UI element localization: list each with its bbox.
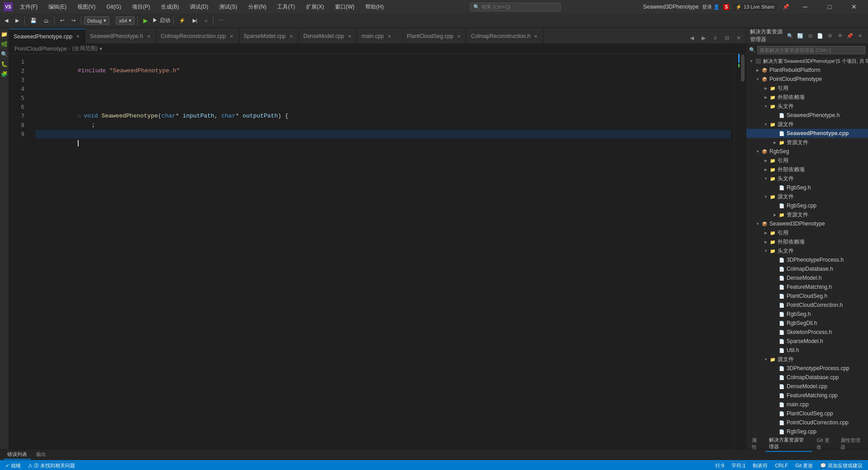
file-seaweed-phenotype-h[interactable]: ▶ 📄 SeaweedPhenotype.h (746, 111, 868, 120)
project-rgb-seg[interactable]: ▼ 📦 RgbSeg (746, 147, 868, 156)
file-rgb-seg-cpp-2[interactable]: ▶ 📄 RgbSeg.cpp (746, 427, 868, 436)
status-git[interactable]: Git 更改 (793, 460, 815, 470)
status-col[interactable]: 字符:1 (730, 460, 747, 470)
status-encoding[interactable]: CRLF (773, 460, 790, 470)
more-toolbar-button[interactable]: ⋯ (216, 16, 226, 25)
save-all-button[interactable]: 🗂 (41, 17, 52, 25)
tab-seaweed-phenotype-h[interactable]: SeaweedPhenotype.h ✕ (85, 29, 156, 43)
tab-error-list[interactable]: 错误列表 (4, 450, 31, 460)
file-3d-phenotype-process-cpp[interactable]: ▶ 📄 3DPhenotypeProcess.cpp (746, 364, 868, 373)
menu-debug[interactable]: 调试(D) (186, 2, 212, 12)
file-dense-model-cpp[interactable]: ▶ 📄 DenseModel.cpp (746, 382, 868, 391)
folder-references-2[interactable]: ▶ 📁 引用 (746, 156, 868, 165)
file-rgb-seg-dll-h[interactable]: ▶ 📄 RgbSegDll.h (746, 319, 868, 328)
tab-git-changes[interactable]: Git 更改 (813, 436, 836, 451)
folder-references-3[interactable]: ▶ 📁 引用 (746, 228, 868, 237)
folder-external-deps-3[interactable]: ▶ 📁 外部依赖项 (746, 237, 868, 246)
file-feature-matching-cpp[interactable]: ▶ 📄 FeatureMatching.cpp (746, 391, 868, 400)
maximize-button[interactable]: □ (819, 0, 840, 14)
tab-close-icon[interactable]: ✕ (347, 33, 352, 39)
tab-close-icon[interactable]: ✕ (533, 33, 538, 39)
nav-back-button[interactable]: ◀ (2, 16, 11, 25)
folder-references-1[interactable]: ▶ 📁 引用 (746, 84, 868, 93)
tab-list-button[interactable]: ≡ (710, 33, 721, 43)
search-solution-button[interactable]: 🔍 (786, 31, 795, 40)
activity-debug[interactable]: 🐛 (0, 60, 9, 69)
status-line[interactable]: 行:9 (713, 460, 726, 470)
file-colmap-database-h[interactable]: ▶ 📄 ColmapDatabase.h (746, 264, 868, 273)
tab-colmap-reconstruction-cpp[interactable]: ColmapReconstruction.cpp ✕ (156, 29, 239, 43)
activity-git[interactable]: 🌿 (0, 40, 9, 49)
tab-close-icon[interactable]: ✕ (456, 33, 462, 39)
folder-resources-1[interactable]: ▶ 📁 资源文件 (746, 138, 868, 147)
close-all-tabs-button[interactable]: ✕ (733, 33, 744, 43)
menu-tools[interactable]: 工具(T) (274, 2, 298, 12)
tab-close-icon[interactable]: ✕ (229, 33, 234, 39)
redo-button[interactable]: ↪ (69, 16, 78, 25)
tab-close-icon[interactable]: ✕ (75, 33, 80, 39)
project-point-cloud[interactable]: ▼ 📦 PointCloudPhenotype (746, 75, 868, 84)
login-button[interactable]: 登录 👤 (702, 4, 720, 10)
folder-headers-2[interactable]: ▼ 📁 头文件 (746, 174, 868, 183)
folder-headers-3[interactable]: ▼ 📁 头文件 (746, 246, 868, 255)
tab-dense-model-cpp[interactable]: DenseModel.cpp ✕ (299, 29, 357, 43)
global-search-bar[interactable]: 🔍 (470, 3, 561, 11)
folder-headers-1[interactable]: ▼ 📁 头文件 (746, 102, 868, 111)
scrollbar-thumb[interactable] (741, 55, 745, 82)
menu-file[interactable]: 文件(F) (16, 2, 41, 12)
platform-dropdown[interactable]: x64 ▾ (116, 16, 135, 25)
code-line-9[interactable] (35, 130, 731, 139)
run-to-click-button[interactable]: ▶| (190, 16, 200, 25)
global-search-input[interactable] (481, 4, 549, 9)
preview-button[interactable]: 👁 (835, 31, 844, 40)
file-plant-cloud-seg-h[interactable]: ▶ 📄 PlantCloudSeg.h (746, 291, 868, 301)
properties-button[interactable]: ⚙ (826, 31, 835, 40)
editor-vertical-scrollbar[interactable] (740, 54, 746, 449)
tab-scroll-right[interactable]: ▶ (698, 33, 709, 43)
tab-close-icon[interactable]: ✕ (146, 33, 151, 39)
solution-root[interactable]: ▼ ⬛ 解决方案'Seaweed3DPhenotype'(5 个项目, 共 5 … (746, 56, 868, 66)
start-button[interactable]: ▶ (141, 16, 151, 25)
tab-sparse-model-cpp[interactable]: SparseModel.cpp ✕ (239, 29, 299, 43)
folder-resources-2[interactable]: ▶ 📁 资源文件 (746, 210, 868, 219)
status-errors[interactable]: ⚠ ⓪ 未找到相关问题 (26, 460, 77, 470)
menu-analyze[interactable]: 分析(N) (245, 2, 270, 12)
file-rgb-seg-h[interactable]: ▶ 📄 RgbSeg.h (746, 183, 868, 192)
file-util-h[interactable]: ▶ 📄 Util.h (746, 346, 868, 355)
tab-properties[interactable]: 属性 (748, 436, 764, 451)
file-main-cpp[interactable]: ▶ 📄 main.cpp (746, 400, 868, 409)
tab-close-icon[interactable]: ✕ (387, 33, 392, 39)
tab-plant-cloud-seg-cpp[interactable]: PlantCloudSeg.cpp ✕ (402, 29, 467, 43)
breadcrumb-path[interactable]: PointCloudPhenotype (14, 46, 67, 52)
menu-help[interactable]: 帮助(H) (362, 2, 387, 12)
menu-edit[interactable]: 编辑(E) (45, 2, 70, 12)
breadcrumb-dropdown-icon[interactable]: ▾ (99, 46, 102, 52)
minimize-button[interactable]: ─ (795, 0, 816, 14)
file-dense-model-h[interactable]: ▶ 📄 DenseModel.h (746, 273, 868, 282)
file-plant-cloud-seg-cpp[interactable]: ▶ 📄 PlantCloudSeg.cpp (746, 409, 868, 418)
file-rgb-seg-h-2[interactable]: ▶ 📄 RgbSeg.h (746, 310, 868, 319)
attach-button[interactable]: ⚡ (176, 16, 188, 25)
tab-colmap-reconstruction-h[interactable]: ColmapReconstruction.h ✕ (467, 29, 543, 43)
debug-config-dropdown[interactable]: Debug ▾ (84, 16, 109, 25)
project-seaweed-3d[interactable]: ▼ 📦 Seaweed3DPhenotype (746, 219, 868, 228)
file-3d-phenotype-process-h[interactable]: ▶ 📄 3DPhenotypeProcess.h (746, 255, 868, 264)
refresh-solution-button[interactable]: 🔄 (796, 31, 805, 40)
folder-sources-2[interactable]: ▼ 📁 源文件 (746, 192, 868, 201)
pin-panel-button[interactable]: 📌 (845, 31, 854, 40)
file-skeleton-process-h[interactable]: ▶ 📄 SkeletonProcess.h (746, 328, 868, 337)
solution-search-input[interactable] (757, 46, 865, 54)
pin-button[interactable]: 📌 (781, 3, 791, 11)
file-point-cloud-correction-cpp[interactable]: ▶ 📄 PointCloudCorrection.cpp (746, 418, 868, 427)
save-button[interactable]: 💾 (28, 16, 39, 25)
folder-external-deps-2[interactable]: ▶ 📁 外部依赖项 (746, 165, 868, 174)
breakpoint-button[interactable]: ○ (202, 17, 210, 25)
close-panel-button[interactable]: ✕ (855, 31, 864, 40)
show-all-files-button[interactable]: 📄 (816, 31, 825, 40)
menu-test[interactable]: 测试(S) (216, 2, 241, 12)
menu-extensions[interactable]: 扩展(X) (302, 2, 328, 12)
tab-scroll-left[interactable]: ◀ (686, 33, 697, 43)
menu-window[interactable]: 窗口(W) (331, 2, 358, 12)
breadcrumb-scope[interactable]: (全局范围) (72, 45, 98, 52)
nav-fwd-button[interactable]: ▶ (13, 16, 22, 25)
